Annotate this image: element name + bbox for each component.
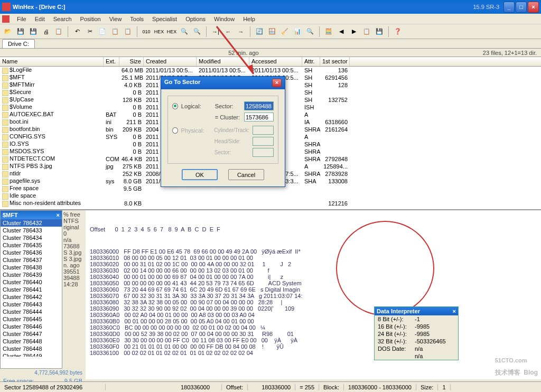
tb-undo-icon[interactable]: ↶	[71, 26, 83, 38]
cluster-item[interactable]: Cluster 786443	[1, 301, 62, 308]
tb-zoom-icon[interactable]: 🔍	[304, 26, 316, 38]
sb-block-lbl: Block:	[319, 384, 344, 390]
menu-window[interactable]: Window	[210, 15, 239, 23]
dialog-title-bar[interactable]: Go To Sector ×	[161, 77, 285, 89]
col-ext[interactable]: Ext.	[104, 57, 119, 66]
sb-size-lbl: Size:	[416, 384, 438, 390]
tb-hex2-icon[interactable]: HEX	[166, 26, 178, 38]
tb-find2-icon[interactable]: 🔍	[191, 26, 203, 38]
tb-find-icon[interactable]: 🔍	[179, 26, 190, 38]
tb-ram-icon[interactable]: 💾	[374, 26, 385, 38]
tb-rewind-icon[interactable]: ◀	[335, 26, 347, 38]
head-label: Head/Side:	[214, 138, 249, 144]
tb-props-icon[interactable]: 📋	[53, 26, 64, 38]
table-row[interactable]: $LogFile64.0 MB2011/01/13 00:5...2011/01…	[0, 67, 541, 74]
ok-button[interactable]: OK	[182, 169, 218, 180]
menu-options[interactable]: Options	[181, 15, 210, 23]
col-sector[interactable]: 1st sector	[320, 57, 350, 66]
tb-back-icon[interactable]: ←	[222, 26, 234, 38]
cluster-item[interactable]: Cluster 786442	[1, 293, 62, 301]
sb-block: 180336000 - 180336000	[344, 384, 416, 390]
cluster-item[interactable]: Cluster 786434	[1, 234, 62, 241]
cluster-item[interactable]: Cluster 786446	[1, 323, 62, 330]
menu-help[interactable]: Help	[239, 15, 259, 23]
tb-copy-icon[interactable]: 📄	[97, 26, 108, 38]
cluster-item[interactable]: Cluster 786432	[1, 219, 62, 227]
watermark: 51CTO.com技术博客 Blog	[495, 353, 538, 377]
hex-view[interactable]: Offset 0 1 2 3 4 5 6 7 8 9 A B C D E F 1…	[86, 210, 541, 379]
cluster-item[interactable]: Cluster 786448	[1, 345, 62, 352]
tb-refresh-icon[interactable]: 🔄	[254, 26, 265, 38]
cluster-list[interactable]: Cluster 786432Cluster 786433Cluster 7864…	[1, 219, 62, 357]
tb-save-icon[interactable]: 💾	[27, 26, 39, 38]
tb-calc-icon[interactable]: 🧮	[323, 26, 334, 38]
di-title: Data Interpreter	[377, 308, 420, 314]
tb-cut-icon[interactable]: ✂	[84, 26, 96, 38]
tb-compare-icon[interactable]: 📊	[292, 26, 303, 38]
tb-010-icon[interactable]: 010	[141, 26, 152, 38]
tab-drive-c[interactable]: Drive C:	[2, 39, 35, 48]
tb-print-icon[interactable]: 🖨	[40, 26, 52, 38]
sb-size: 1	[438, 384, 450, 390]
tb-goto-icon[interactable]: →|	[210, 26, 221, 38]
cluster-item[interactable]: Cluster 786435	[1, 241, 62, 249]
menu-file[interactable]: File	[13, 15, 31, 23]
menu-edit[interactable]: Edit	[31, 15, 49, 23]
tb-disk-icon[interactable]: 💾	[15, 26, 26, 38]
table-header: Name Ext. Size Created Modified Accessed…	[0, 57, 541, 67]
goto-sector-dialog: Go To Sector × Logical: Sector: = Cluste…	[161, 76, 285, 187]
maximize-button[interactable]: □	[516, 2, 527, 13]
tb-erase-icon[interactable]: 🧹	[279, 26, 291, 38]
menu-view[interactable]: View	[105, 15, 126, 23]
menu-search[interactable]: Search	[49, 15, 76, 23]
tb-hash-icon[interactable]: 📋	[361, 26, 372, 38]
cluster-item[interactable]: Cluster 786438	[1, 264, 62, 271]
menu-bar: File Edit Search Position View Tools Spe…	[0, 14, 541, 24]
sector-input[interactable]	[244, 101, 274, 110]
close-button[interactable]: ×	[528, 2, 539, 13]
table-row[interactable]: Misc non-resident attributes8.0 KB121216	[0, 200, 541, 207]
cluster-item[interactable]: Cluster 786437	[1, 256, 62, 264]
col-created[interactable]: Created	[144, 57, 197, 66]
tb-sep	[206, 26, 207, 37]
tb-fwd-icon[interactable]: →	[235, 26, 247, 38]
tb-hex-icon[interactable]: HEX	[153, 26, 165, 38]
cluster-item[interactable]: Cluster 786433	[1, 227, 62, 234]
cluster-item[interactable]: Cluster 786447	[1, 330, 62, 338]
cluster-item[interactable]: Cluster 786444	[1, 308, 62, 315]
col-attr[interactable]: Attr.	[302, 57, 320, 66]
tb-sep	[388, 26, 389, 37]
cluster-item[interactable]: Cluster 786448	[1, 338, 62, 345]
cancel-button[interactable]: Cancel	[228, 169, 264, 180]
col-modified[interactable]: Modified	[197, 57, 249, 66]
radio-physical[interactable]	[172, 127, 178, 134]
tb-clip-icon[interactable]: 📋	[122, 26, 134, 38]
menu-tools[interactable]: Tools	[126, 15, 148, 23]
dialog-close-button[interactable]: ×	[272, 79, 282, 87]
minimize-button[interactable]: _	[503, 2, 515, 13]
col-accessed[interactable]: Accessed	[249, 57, 302, 66]
tb-open-icon[interactable]: 📂	[2, 26, 14, 38]
cluster-item[interactable]: Cluster 786441	[1, 286, 62, 293]
tb-play-icon[interactable]: ▶	[348, 26, 360, 38]
tb-paste-icon[interactable]: 📋	[109, 26, 121, 38]
radio-logical[interactable]	[172, 103, 178, 109]
panel-close-icon[interactable]: ×	[57, 212, 60, 218]
di-close-icon[interactable]: ×	[453, 308, 456, 314]
sys-menu-icon[interactable]	[2, 15, 10, 23]
col-name[interactable]: Name	[0, 57, 104, 66]
tb-help-icon[interactable]: ❓	[392, 26, 404, 38]
menu-specialist[interactable]: Specialist	[148, 15, 181, 23]
table-row[interactable]: Idle space	[0, 192, 541, 200]
menu-position[interactable]: Position	[76, 15, 105, 23]
cluster-item[interactable]: Cluster 786445	[1, 315, 62, 323]
col-size[interactable]: Size	[119, 57, 144, 66]
cluster-item[interactable]: Cluster 786440	[1, 278, 62, 286]
cluster-input[interactable]	[244, 113, 274, 122]
data-interpreter[interactable]: Data Interpreter × 8 Bit (+/-):-116 Bit …	[374, 306, 459, 360]
cluster-item[interactable]: Cluster 786436	[1, 249, 62, 256]
dir-count-label: 23 files, 12+1=13 dir.	[483, 50, 537, 56]
cluster-item[interactable]: Cluster 786449	[1, 352, 62, 357]
cluster-item[interactable]: Cluster 786439	[1, 271, 62, 278]
tb-winfwd-icon[interactable]: 🪟	[266, 26, 278, 38]
